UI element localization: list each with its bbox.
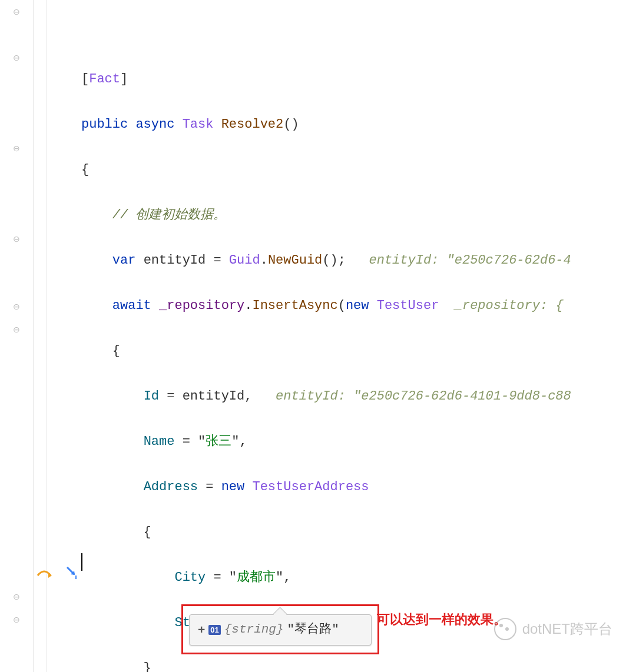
method-name: Resolve2 bbox=[221, 117, 284, 132]
plus-icon[interactable]: + bbox=[198, 619, 205, 641]
value-text: "琴台路" bbox=[287, 619, 339, 641]
annotation-text: 可以达到一样的效果。 bbox=[377, 608, 506, 631]
wechat-icon bbox=[494, 618, 516, 640]
step-over-icon[interactable] bbox=[37, 567, 52, 587]
debug-tooltip[interactable]: + 01 {string} "琴台路" bbox=[189, 614, 372, 646]
attr-fact: Fact bbox=[89, 72, 120, 87]
value-kind-badge: 01 bbox=[208, 625, 220, 635]
value-type: {string} bbox=[224, 619, 284, 641]
editor-view: ⊖ ⊖ ⊖ ⊖ ⊝ ⊝ ⊝ ⊝ [Fact] public async Task… bbox=[0, 0, 636, 672]
debug-tooltip-outline: + 01 {string} "琴台路" bbox=[181, 604, 379, 654]
inline-hint: entityId: "e250c726-62d6-4 bbox=[369, 253, 571, 268]
inline-hint: entityId: "e250c726-62d6-4101-9dd8-c88 bbox=[276, 389, 571, 404]
step-into-icon[interactable] bbox=[66, 565, 79, 586]
watermark: dotNET跨平台 bbox=[494, 617, 612, 641]
svg-rect-0 bbox=[75, 575, 77, 579]
inline-hint: _repository: { bbox=[455, 298, 564, 313]
gutter-left[interactable]: ⊖ ⊖ ⊖ ⊖ ⊝ ⊝ ⊝ ⊝ bbox=[0, 0, 34, 672]
comment-1: // 创建初始数据。 bbox=[112, 208, 227, 222]
code-area[interactable]: [Fact] public async Task Resolve2() { //… bbox=[47, 0, 636, 672]
watermark-text: dotNET跨平台 bbox=[522, 617, 612, 641]
